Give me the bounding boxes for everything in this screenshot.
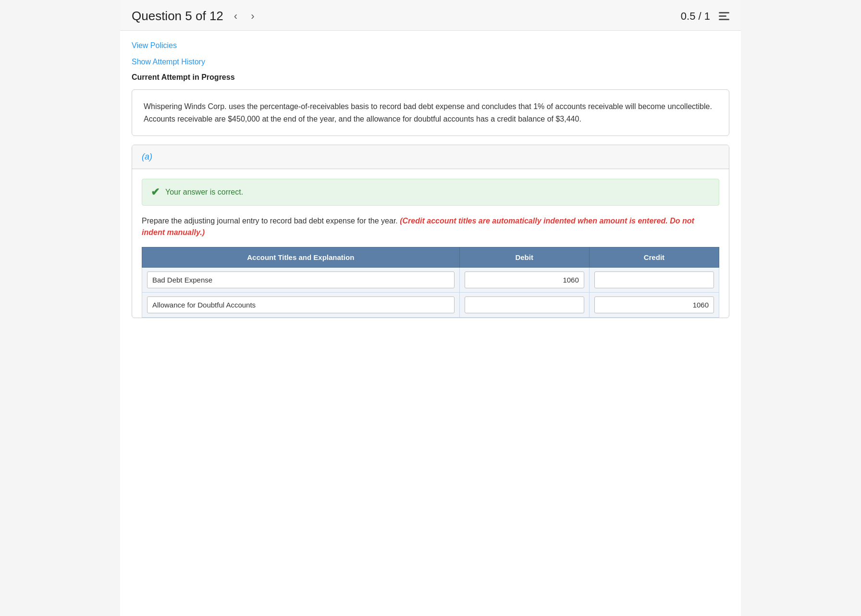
content-area: View Policies Show Attempt History Curre… bbox=[120, 31, 741, 330]
menu-line-2 bbox=[719, 15, 726, 17]
row2-credit-cell bbox=[589, 293, 719, 318]
menu-line-3 bbox=[719, 19, 729, 20]
row2-credit-input[interactable] bbox=[594, 296, 714, 313]
row1-credit-cell bbox=[589, 268, 719, 293]
col-header-credit: Credit bbox=[589, 247, 719, 268]
header-right: 0.5 / 1 bbox=[681, 10, 729, 23]
instruction-plain: Prepare the adjusting journal entry to r… bbox=[142, 217, 398, 225]
table-row bbox=[142, 293, 719, 318]
table-header-row: Account Titles and Explanation Debit Cre… bbox=[142, 247, 719, 268]
row1-account-cell bbox=[142, 268, 460, 293]
page-wrapper: Question 5 of 12 ‹ › 0.5 / 1 View Polici… bbox=[120, 0, 741, 616]
header: Question 5 of 12 ‹ › 0.5 / 1 bbox=[120, 0, 741, 31]
row2-account-cell bbox=[142, 293, 460, 318]
header-left: Question 5 of 12 ‹ › bbox=[132, 9, 257, 24]
correct-banner: ✔ Your answer is correct. bbox=[142, 179, 719, 206]
menu-icon[interactable] bbox=[719, 12, 729, 20]
view-policies-link[interactable]: View Policies bbox=[132, 39, 729, 52]
score-display: 0.5 / 1 bbox=[681, 10, 710, 23]
part-card: (a) ✔ Your answer is correct. Prepare th… bbox=[132, 145, 729, 318]
show-attempt-history-link[interactable]: Show Attempt History bbox=[132, 56, 729, 68]
row1-debit-cell bbox=[459, 268, 589, 293]
instruction-text: Prepare the adjusting journal entry to r… bbox=[142, 215, 719, 238]
next-question-button[interactable]: › bbox=[248, 9, 257, 24]
checkmark-icon: ✔ bbox=[151, 186, 160, 198]
menu-line-1 bbox=[719, 12, 729, 13]
col-header-debit: Debit bbox=[459, 247, 589, 268]
row2-account-input[interactable] bbox=[147, 296, 455, 313]
question-title: Question 5 of 12 bbox=[132, 9, 223, 24]
part-body: ✔ Your answer is correct. Prepare the ad… bbox=[132, 169, 729, 318]
prev-question-button[interactable]: ‹ bbox=[231, 9, 240, 24]
correct-message: Your answer is correct. bbox=[165, 188, 243, 197]
question-card: Whispering Winds Corp. uses the percenta… bbox=[132, 89, 729, 136]
question-text: Whispering Winds Corp. uses the percenta… bbox=[144, 102, 712, 123]
row1-credit-input[interactable] bbox=[594, 271, 714, 288]
row1-debit-input[interactable] bbox=[465, 271, 584, 288]
row2-debit-cell bbox=[459, 293, 589, 318]
journal-table: Account Titles and Explanation Debit Cre… bbox=[142, 247, 719, 318]
part-header: (a) bbox=[132, 145, 729, 169]
table-row bbox=[142, 268, 719, 293]
current-attempt-label: Current Attempt in Progress bbox=[132, 73, 729, 82]
part-label: (a) bbox=[142, 152, 152, 161]
col-header-account: Account Titles and Explanation bbox=[142, 247, 460, 268]
row1-account-input[interactable] bbox=[147, 271, 455, 288]
row2-debit-input[interactable] bbox=[465, 296, 584, 313]
